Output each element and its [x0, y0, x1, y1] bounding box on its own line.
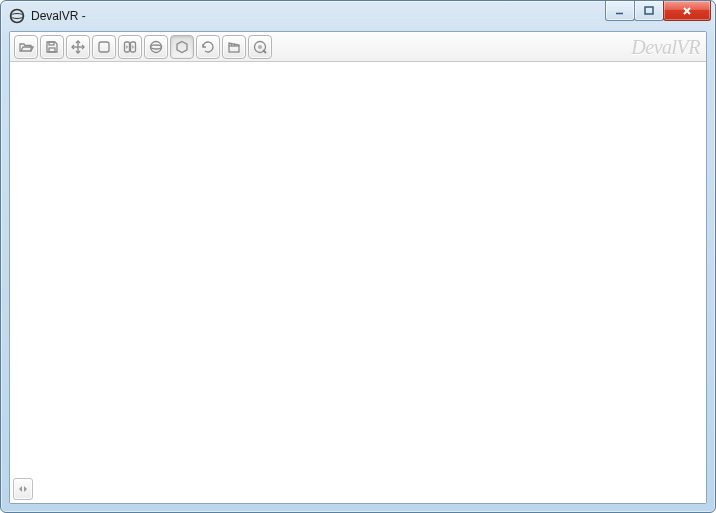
- sphere-button[interactable]: [144, 35, 168, 59]
- svg-rect-7: [49, 48, 55, 52]
- open-button[interactable]: [14, 35, 38, 59]
- svg-rect-3: [645, 7, 653, 14]
- svg-point-0: [11, 10, 24, 23]
- svg-marker-18: [177, 41, 187, 52]
- svg-marker-24: [19, 486, 22, 492]
- svg-point-1: [11, 14, 24, 19]
- svg-marker-14: [132, 45, 135, 49]
- svg-rect-6: [49, 42, 54, 45]
- svg-point-16: [151, 45, 162, 49]
- svg-rect-10: [99, 42, 109, 52]
- play-panels-button[interactable]: [118, 35, 142, 59]
- fullscreen-button[interactable]: [92, 35, 116, 59]
- window-title: DevalVR -: [31, 9, 86, 23]
- save-button[interactable]: [40, 35, 64, 59]
- window-controls: [605, 1, 711, 21]
- titlebar[interactable]: DevalVR -: [1, 1, 715, 31]
- svg-point-17: [153, 44, 156, 46]
- svg-line-21: [234, 44, 235, 46]
- minimize-button[interactable]: [605, 1, 635, 21]
- quicktime-button[interactable]: [248, 35, 272, 59]
- svg-point-23: [258, 45, 262, 49]
- svg-marker-13: [126, 45, 129, 49]
- panel-toggle-button[interactable]: [13, 478, 33, 500]
- svg-marker-25: [24, 486, 27, 492]
- content-area: [10, 62, 706, 503]
- svg-point-15: [151, 41, 162, 52]
- clapper-button[interactable]: [222, 35, 246, 59]
- app-window: DevalVR -: [0, 0, 716, 513]
- hexagon-button[interactable]: [170, 35, 194, 59]
- rotate-button[interactable]: [196, 35, 220, 59]
- toolbar: DevalVR: [10, 32, 706, 62]
- svg-line-20: [231, 43, 232, 46]
- close-button[interactable]: [663, 1, 711, 21]
- brand-watermark: DevalVR: [631, 32, 700, 62]
- app-icon: [9, 8, 25, 24]
- client-area: DevalVR: [9, 31, 707, 504]
- svg-rect-19: [229, 46, 239, 52]
- move-button[interactable]: [66, 35, 90, 59]
- maximize-button[interactable]: [634, 1, 664, 21]
